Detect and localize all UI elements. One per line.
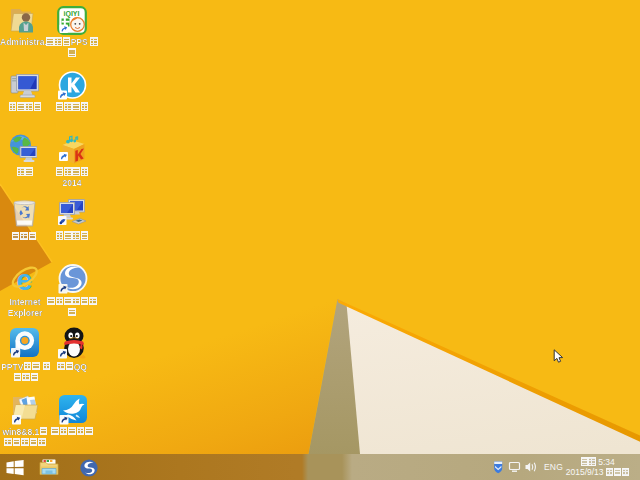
svg-text:iQIYI: iQIYI (64, 10, 80, 18)
